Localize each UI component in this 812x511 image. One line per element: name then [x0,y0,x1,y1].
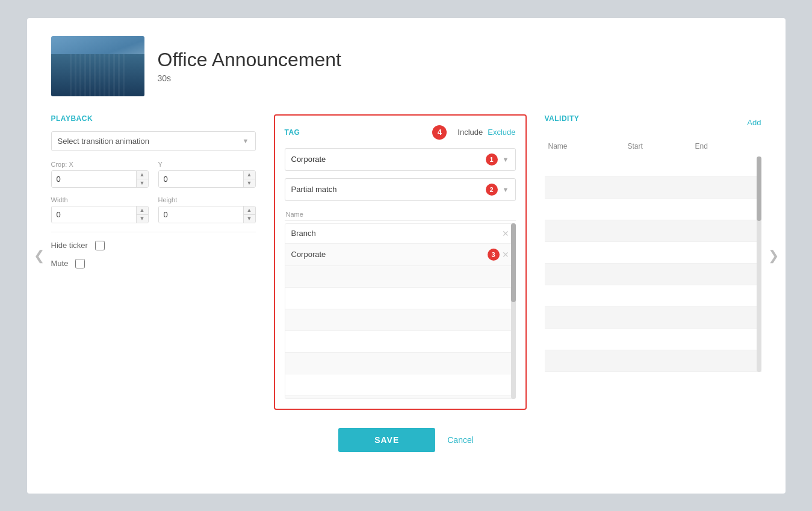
height-group: Height ▲ ▼ [158,196,256,223]
include-label: Include [457,128,483,137]
validity-table: Name Start End [545,140,761,373]
hide-ticker-checkbox[interactable] [95,241,105,250]
tag-list-wrap: Branch ✕ Corporate 3 ✕ [285,223,516,399]
footer: SAVE Cancel [51,428,761,452]
badge-1: 1 [486,153,498,166]
validity-section: VALIDITY Add Name Start End [545,114,761,373]
crop-x-label: Crop: X [51,161,149,168]
scrollbar-thumb [511,223,516,302]
mute-label: Mute [51,259,69,268]
col-scroll [752,140,761,155]
chevron-down-icon-tag1: ▼ [503,156,509,163]
crop-y-spinner: ▲ ▼ [243,171,255,187]
divider-1 [51,232,256,232]
exclude-link[interactable]: Exclude [488,128,515,137]
crop-x-spinner: ▲ ▼ [136,171,148,187]
crop-y-input[interactable] [159,171,243,187]
columns: PLAYBACK Select transition animation ▼ C… [51,114,761,410]
empty-row [285,353,515,374]
transition-select-value: Select transition animation [58,137,149,146]
page-duration: 30s [158,73,341,83]
tag-box: TAG 4 Include Exclude Corporate 1 ▼ [274,114,527,410]
tag-dropdown-2[interactable]: Partial match 2 ▼ [285,178,516,201]
tag-list-item: Branch ✕ [285,224,515,244]
tag-list-item-corporate: Corporate 3 ✕ [285,244,515,266]
height-label: Height [158,196,256,203]
chevron-down-icon-tag2: ▼ [503,186,509,193]
width-input-wrap: ▲ ▼ [51,206,149,223]
tag-list-inner: Branch ✕ Corporate 3 ✕ [285,224,515,398]
cancel-link[interactable]: Cancel [447,435,474,445]
main-card: ❮ ❯ Office Announcement 30s PLAYBACK Sel… [27,18,786,494]
height-input-wrap: ▲ ▼ [158,206,256,223]
mute-checkbox[interactable] [75,259,85,268]
crop-row: Crop: X ▲ ▼ Y ▲ ▼ [51,161,256,188]
mute-row: Mute [51,259,256,268]
remove-branch-button[interactable]: ✕ [502,229,509,238]
validity-scrollbar[interactable] [757,156,761,373]
nav-arrow-left[interactable]: ❮ [30,241,48,271]
tag-dropdown-1[interactable]: Corporate 1 ▼ [285,148,516,171]
empty-row [285,374,515,396]
width-group: Width ▲ ▼ [51,196,149,223]
playback-title: PLAYBACK [51,114,256,123]
empty-row [285,309,515,331]
table-row [545,155,761,177]
empty-row [285,266,515,288]
badge-4: 4 [432,125,447,140]
validity-header-row: Name Start End [545,140,761,155]
validity-title: VALIDITY [545,114,580,123]
col-end-header: End [691,140,751,155]
height-spinner: ▲ ▼ [243,206,255,223]
chevron-down-icon: ▼ [243,137,249,144]
crop-x-input-wrap: ▲ ▼ [51,170,149,188]
size-row: Width ▲ ▼ Height ▲ [51,196,256,223]
hide-ticker-row: Hide ticker [51,241,256,250]
table-row [545,285,761,307]
validity-thead: Name Start End [545,140,761,155]
page-title: Office Announcement [158,49,341,71]
tag-list-scrollbar[interactable] [511,223,516,399]
crop-y-up[interactable]: ▲ [244,171,255,179]
remove-corporate-button[interactable]: ✕ [502,250,509,259]
height-up[interactable]: ▲ [244,206,255,215]
tag-list: Branch ✕ Corporate 3 ✕ [285,223,516,399]
include-exclude-group: 4 Include Exclude [432,125,515,140]
table-row [545,199,761,220]
crop-x-down[interactable]: ▼ [137,179,148,187]
col-name-header: Name [545,140,624,155]
transition-select[interactable]: Select transition animation ▼ [51,131,256,151]
crop-y-down[interactable]: ▼ [244,179,255,187]
badge-3: 3 [488,249,500,261]
table-row [545,242,761,264]
width-up[interactable]: ▲ [137,206,148,215]
width-spinner: ▲ ▼ [136,206,148,223]
hide-ticker-label: Hide ticker [51,241,88,250]
validity-header: VALIDITY Add [545,114,761,131]
crop-x-input[interactable] [52,171,136,187]
crop-y-group: Y ▲ ▼ [158,161,256,188]
table-row [545,307,761,329]
validity-add-link[interactable]: Add [747,118,761,127]
header: Office Announcement 30s [51,36,761,96]
badge-2: 2 [486,184,498,196]
table-row [545,350,761,372]
crop-x-up[interactable]: ▲ [137,171,148,179]
height-down[interactable]: ▼ [244,215,255,223]
tag-name-branch: Branch [291,229,316,238]
empty-row [285,331,515,353]
validity-scrollbar-thumb [757,156,761,221]
tag-selected-value: Corporate [291,155,326,164]
nav-arrow-right[interactable]: ❯ [764,241,783,271]
width-down[interactable]: ▼ [137,215,148,223]
validity-tbody [545,155,761,372]
empty-row [285,396,515,398]
width-input[interactable] [52,206,136,223]
height-input[interactable] [159,206,243,223]
save-button[interactable]: SAVE [338,428,435,452]
tag-header: TAG 4 Include Exclude [285,125,516,140]
empty-row [285,288,515,309]
col-start-header: Start [624,140,691,155]
crop-x-group: Crop: X ▲ ▼ [51,161,149,188]
validity-table-wrap: Name Start End [545,140,761,373]
